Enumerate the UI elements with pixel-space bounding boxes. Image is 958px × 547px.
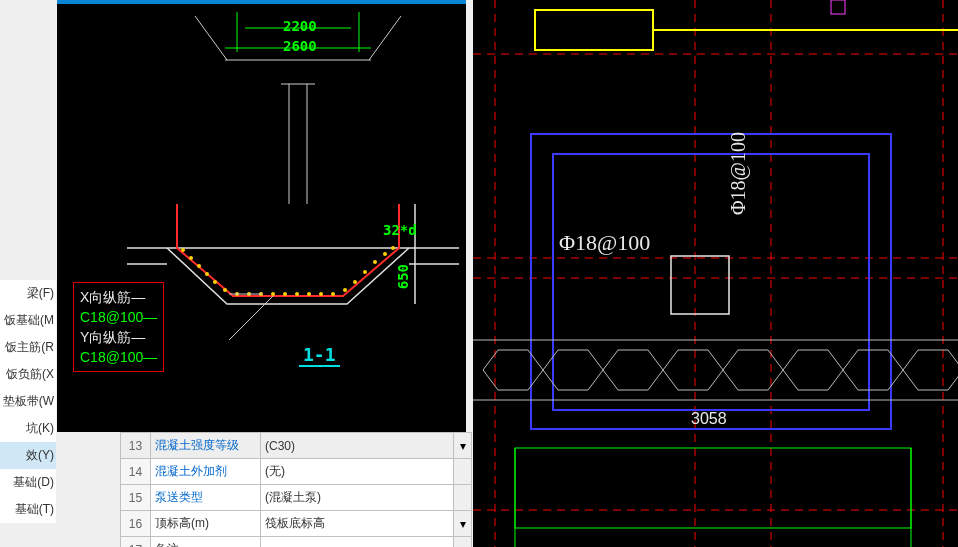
svg-marker-60 <box>723 350 783 390</box>
row-num: 13 <box>121 433 151 459</box>
dim-32d: 32*d <box>383 222 417 238</box>
dim-bottom: 3058 <box>691 410 727 427</box>
prop-blank <box>454 537 472 548</box>
section-canvas: 2200 2600 32*d 650 1-1 X向纵筋— C18@100— Y向… <box>57 4 466 432</box>
svg-point-25 <box>295 292 299 296</box>
sidebar-item-r[interactable]: 饭主筋(R <box>0 334 56 361</box>
dim-top-outer: 2600 <box>283 38 317 54</box>
prop-value[interactable]: (无) <box>261 459 454 485</box>
svg-marker-58 <box>603 350 663 390</box>
svg-line-6 <box>369 16 401 60</box>
prop-name: 顶标高(m) <box>151 511 261 537</box>
sidebar-item-x[interactable]: 饭负筋(X <box>0 361 56 388</box>
svg-marker-61 <box>783 350 843 390</box>
sidebar-item-m[interactable]: 饭基础(M <box>0 307 56 334</box>
svg-rect-48 <box>531 134 891 429</box>
svg-point-27 <box>319 292 323 296</box>
legend-x-label: X向纵筋— <box>80 287 157 307</box>
table-row[interactable]: 15 泵送类型 (混凝土泵) <box>121 485 472 511</box>
svg-rect-49 <box>553 154 869 410</box>
rebar-legend: X向纵筋— C18@100— Y向纵筋— C18@100— <box>73 282 164 372</box>
sidebar-item-w[interactable]: 垫板带(W <box>0 388 56 415</box>
svg-point-15 <box>189 256 193 260</box>
svg-point-23 <box>271 292 275 296</box>
svg-point-17 <box>205 272 209 276</box>
legend-y-value: C18@100— <box>80 347 157 367</box>
prop-value[interactable] <box>261 537 454 548</box>
cad-svg: Φ18@100 Φ18@100 3058 <box>473 0 958 547</box>
dropdown-icon[interactable]: ▾ <box>454 511 472 537</box>
sidebar-item-d[interactable]: 基础(D) <box>0 469 56 496</box>
svg-point-34 <box>391 246 395 250</box>
svg-point-19 <box>223 288 227 292</box>
svg-marker-62 <box>843 350 903 390</box>
svg-rect-47 <box>831 0 845 14</box>
row-num: 16 <box>121 511 151 537</box>
svg-point-28 <box>331 292 335 296</box>
properties-table: 13 混凝土强度等级 (C30) ▾ 14 混凝土外加剂 (无) 15 泵送类型… <box>120 432 472 547</box>
row-num: 15 <box>121 485 151 511</box>
table-row[interactable]: 17 备注 <box>121 537 472 548</box>
row-num: 14 <box>121 459 151 485</box>
svg-point-16 <box>197 264 201 268</box>
sidebar-item-beam[interactable]: 梁(F) <box>0 280 56 307</box>
svg-point-33 <box>383 252 387 256</box>
svg-point-24 <box>283 292 287 296</box>
svg-rect-45 <box>535 10 653 50</box>
legend-x-value: C18@100— <box>80 307 157 327</box>
prop-blank <box>454 459 472 485</box>
sidebar-item-k[interactable]: 坑(K) <box>0 415 56 442</box>
svg-rect-51 <box>515 448 911 528</box>
svg-marker-59 <box>663 350 723 390</box>
rebar-v-text: Φ18@100 <box>727 132 750 215</box>
prop-name: 混凝土强度等级 <box>151 433 261 459</box>
svg-point-18 <box>213 280 217 284</box>
sidebar-item-t[interactable]: 基础(T) <box>0 496 56 523</box>
prop-value[interactable]: (混凝土泵) <box>261 485 454 511</box>
svg-point-31 <box>363 270 367 274</box>
svg-rect-50 <box>671 256 729 314</box>
svg-point-14 <box>181 248 185 252</box>
table-row[interactable]: 16 顶标高(m) 筏板底标高 ▾ <box>121 511 472 537</box>
svg-marker-56 <box>483 350 543 390</box>
dim-depth: 650 <box>395 264 411 289</box>
left-nav: 梁(F) 饭基础(M 饭主筋(R 饭负筋(X 垫板带(W 坑(K) 效(Y) 基… <box>0 280 56 523</box>
sidebar-item-y[interactable]: 效(Y) <box>0 442 56 469</box>
svg-line-36 <box>229 296 273 340</box>
dim-top-inner: 2200 <box>283 18 317 34</box>
prop-name: 混凝土外加剂 <box>151 459 261 485</box>
svg-point-26 <box>307 292 311 296</box>
svg-line-5 <box>195 16 227 60</box>
svg-marker-63 <box>903 350 958 390</box>
prop-value[interactable]: 筏板底标高 <box>261 511 454 537</box>
cad-viewport[interactable]: Φ18@100 Φ18@100 3058 <box>473 0 958 547</box>
row-num: 17 <box>121 537 151 548</box>
prop-blank <box>454 485 472 511</box>
table-row[interactable]: 14 混凝土外加剂 (无) <box>121 459 472 485</box>
svg-point-30 <box>353 280 357 284</box>
prop-name: 泵送类型 <box>151 485 261 511</box>
dropdown-icon[interactable]: ▾ <box>454 433 472 459</box>
rebar-h-text: Φ18@100 <box>559 230 650 255</box>
table-row[interactable]: 13 混凝土强度等级 (C30) ▾ <box>121 433 472 459</box>
section-preview-window: 2200 2600 32*d 650 1-1 X向纵筋— C18@100— Y向… <box>57 0 466 432</box>
svg-point-29 <box>343 288 347 292</box>
prop-name: 备注 <box>151 537 261 548</box>
prop-value[interactable]: (C30) <box>261 433 454 459</box>
svg-point-32 <box>373 260 377 264</box>
section-label: 1-1 <box>299 344 340 367</box>
legend-y-label: Y向纵筋— <box>80 327 157 347</box>
